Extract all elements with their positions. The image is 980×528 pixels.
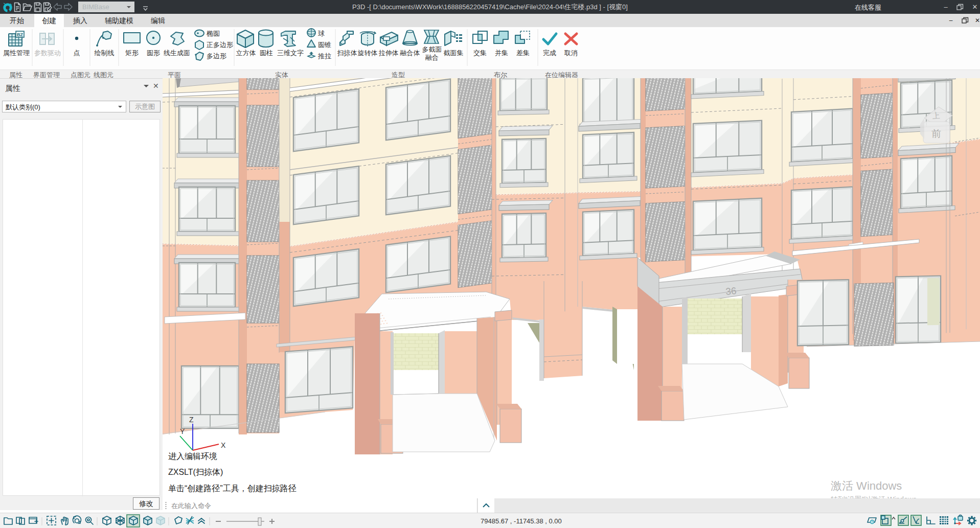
svg-text:线生成面: 线生成面 [164, 49, 190, 57]
svg-text:拉伸体: 拉伸体 [379, 49, 399, 57]
svg-text:融合: 融合 [425, 54, 439, 61]
svg-text:三维文字: 三维文字 [277, 49, 304, 57]
svg-text:取消: 取消 [564, 49, 578, 57]
svg-text:融合体: 融合体 [400, 49, 420, 57]
svg-text:旋转体: 旋转体 [358, 49, 378, 57]
svg-text:差集: 差集 [516, 49, 530, 57]
svg-text:属性管理: 属性管理 [3, 49, 30, 57]
svg-text:前: 前 [931, 128, 941, 139]
svg-text:X: X [221, 441, 226, 449]
svg-text:推拉: 推拉 [317, 52, 331, 60]
svg-text:扫掠体: 扫掠体 [337, 49, 357, 57]
svg-text:交集: 交集 [473, 49, 487, 57]
svg-text:参数驱动: 参数驱动 [34, 49, 61, 57]
svg-text:圆形: 圆形 [147, 49, 160, 57]
svg-text:BZ: BZ [17, 32, 23, 37]
svg-text:球: 球 [318, 30, 325, 37]
svg-text:36: 36 [725, 285, 737, 297]
svg-text:多边形: 多边形 [207, 52, 226, 60]
svg-text:上: 上 [932, 111, 940, 120]
svg-text:矩形: 矩形 [125, 49, 139, 57]
svg-text:并集: 并集 [495, 49, 508, 57]
svg-text:立方体: 立方体 [236, 49, 256, 57]
svg-text:完成: 完成 [543, 49, 556, 57]
svg-text:椭圆: 椭圆 [206, 30, 220, 37]
svg-text:多截面: 多截面 [422, 45, 442, 53]
svg-text:圆锥: 圆锥 [318, 41, 331, 49]
svg-text:绘制线: 绘制线 [95, 49, 115, 57]
svg-text:Y: Y [180, 427, 185, 435]
svg-text:点: 点 [74, 49, 80, 57]
svg-text:截面集: 截面集 [444, 49, 464, 57]
svg-text:正多边形: 正多边形 [207, 41, 233, 49]
svg-text:Z: Z [189, 416, 194, 424]
svg-text:圆柱: 圆柱 [260, 49, 273, 57]
